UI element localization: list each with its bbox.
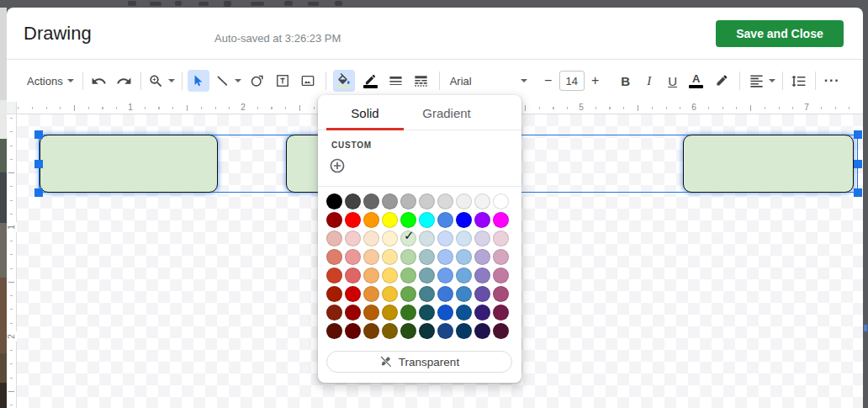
color-swatch[interactable] [345, 268, 361, 283]
color-swatch[interactable] [456, 249, 472, 265]
redo-button[interactable] [114, 70, 135, 92]
selection-handle[interactable] [34, 130, 43, 139]
color-swatch[interactable] [437, 305, 453, 321]
color-swatch[interactable] [326, 193, 342, 209]
color-swatch[interactable] [474, 268, 490, 283]
color-swatch[interactable] [437, 286, 453, 302]
color-swatch[interactable] [326, 286, 342, 302]
save-and-close-button[interactable]: Save and Close [716, 20, 844, 47]
selection-handle[interactable] [854, 160, 862, 168]
color-swatch[interactable] [363, 193, 379, 209]
italic-button[interactable]: I [638, 70, 660, 92]
color-swatch[interactable] [493, 323, 509, 339]
color-swatch[interactable] [345, 323, 361, 339]
selection-handle[interactable] [854, 130, 862, 139]
color-swatch[interactable] [326, 230, 342, 246]
color-swatch[interactable] [493, 305, 509, 321]
border-weight-button[interactable] [385, 70, 407, 92]
tab-gradient[interactable]: Gradient [410, 95, 483, 130]
increase-font-size-button[interactable]: + [586, 70, 605, 92]
color-swatch[interactable] [474, 249, 490, 265]
color-swatch[interactable] [437, 268, 453, 283]
color-swatch[interactable] [419, 212, 435, 228]
color-swatch[interactable] [419, 249, 435, 265]
more-options-button[interactable]: ··· [821, 70, 844, 92]
color-swatch[interactable] [400, 323, 416, 339]
color-swatch[interactable] [493, 249, 509, 265]
color-swatch[interactable] [456, 193, 472, 209]
color-swatch[interactable] [326, 323, 342, 339]
align-button[interactable] [747, 70, 777, 92]
color-swatch[interactable] [382, 268, 398, 283]
insert-image-button[interactable] [297, 70, 319, 92]
color-swatch[interactable] [363, 249, 379, 265]
color-swatch[interactable] [437, 193, 453, 209]
color-swatch[interactable] [474, 212, 490, 228]
color-swatch[interactable] [326, 268, 342, 283]
color-swatch[interactable] [345, 286, 361, 302]
selection-handle[interactable] [34, 160, 43, 168]
text-color-button[interactable]: A [685, 70, 707, 92]
color-swatch[interactable] [493, 286, 509, 302]
color-swatch[interactable] [474, 286, 490, 302]
undo-button[interactable] [88, 70, 110, 92]
selection-handle[interactable] [34, 188, 43, 197]
color-swatch[interactable] [382, 305, 398, 321]
color-swatch[interactable] [456, 212, 472, 228]
color-swatch[interactable] [474, 230, 490, 246]
vertical-ruler[interactable]: 12 [7, 114, 17, 408]
color-swatch[interactable] [363, 305, 379, 321]
color-swatch[interactable] [400, 305, 416, 321]
bold-button[interactable]: B [615, 70, 637, 92]
color-swatch[interactable] [382, 212, 398, 228]
color-swatch[interactable] [345, 212, 361, 228]
border-dash-button[interactable] [410, 70, 432, 92]
color-swatch[interactable] [419, 193, 435, 209]
color-swatch[interactable] [437, 230, 453, 246]
line-spacing-button[interactable] [788, 70, 810, 92]
color-swatch[interactable] [474, 193, 490, 209]
color-swatch[interactable] [493, 230, 509, 246]
color-swatch[interactable] [456, 268, 472, 283]
color-swatch[interactable] [400, 249, 416, 265]
color-swatch[interactable] [474, 323, 490, 339]
color-swatch[interactable] [400, 212, 416, 228]
color-swatch[interactable] [437, 212, 453, 228]
fill-color-button[interactable] [333, 70, 355, 92]
color-swatch[interactable] [419, 268, 435, 283]
color-swatch[interactable] [419, 230, 435, 246]
color-swatch[interactable] [363, 212, 379, 228]
color-swatch[interactable] [345, 193, 361, 209]
color-swatch[interactable] [456, 305, 472, 321]
underline-button[interactable]: U [662, 70, 684, 92]
color-swatch[interactable] [437, 249, 453, 265]
color-swatch[interactable] [400, 268, 416, 283]
color-swatch[interactable] [493, 268, 509, 283]
zoom-button[interactable] [146, 70, 177, 92]
color-swatch[interactable] [382, 286, 398, 302]
color-swatch[interactable] [456, 286, 472, 302]
decrease-font-size-button[interactable]: − [539, 70, 558, 92]
color-swatch[interactable] [363, 268, 379, 283]
tab-solid[interactable]: Solid [326, 95, 404, 130]
color-swatch[interactable] [474, 305, 490, 321]
color-swatch[interactable] [345, 305, 361, 321]
color-swatch[interactable] [363, 230, 379, 246]
color-swatch[interactable] [419, 323, 435, 339]
actions-menu-button[interactable]: Actions [24, 70, 77, 92]
color-swatch[interactable]: ✓ [400, 230, 416, 246]
color-swatch[interactable] [345, 249, 361, 265]
color-swatch[interactable] [363, 286, 379, 302]
color-swatch[interactable] [326, 212, 342, 228]
font-family-select[interactable]: Arial [447, 70, 531, 92]
color-swatch[interactable] [345, 230, 361, 246]
color-swatch[interactable] [456, 230, 472, 246]
color-swatch[interactable] [382, 193, 398, 209]
color-swatch[interactable] [363, 323, 379, 339]
rounded-rectangle-shape[interactable] [683, 135, 854, 193]
color-swatch[interactable] [493, 193, 509, 209]
color-swatch[interactable] [493, 212, 509, 228]
font-size-input[interactable]: 14 [559, 71, 585, 91]
rounded-rectangle-shape[interactable] [40, 135, 218, 193]
color-swatch[interactable] [326, 305, 342, 321]
